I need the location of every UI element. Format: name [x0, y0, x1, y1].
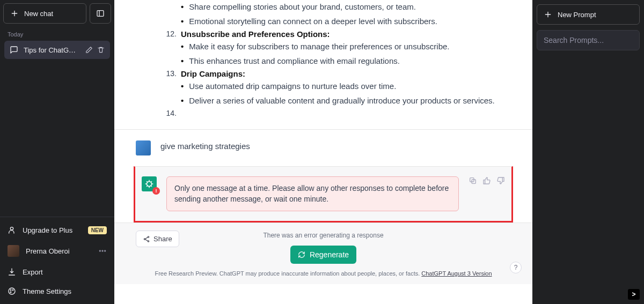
user-avatar [136, 140, 151, 155]
export-item[interactable]: Export [0, 262, 114, 281]
prompt-caret-button[interactable]: > [628, 289, 640, 300]
svg-point-3 [102, 250, 103, 251]
svg-point-4 [105, 250, 106, 251]
error-badge-icon: ! [152, 187, 160, 195]
list-number: 13. [163, 69, 177, 78]
theme-label: Theme Settings [23, 287, 71, 295]
list-heading: Unsubscribe and Preferences Options: [181, 29, 330, 39]
plus-icon [544, 10, 552, 19]
list-sub-item: •Deliver a series of valuable content an… [163, 94, 511, 108]
svg-point-6 [10, 290, 11, 291]
svg-point-2 [99, 250, 100, 251]
list-sub-text: Make it easy for subscribers to manage t… [189, 41, 449, 53]
bullet-dot: • [181, 16, 184, 27]
new-chat-label: New chat [24, 10, 53, 18]
list-item-14: 14. [163, 108, 511, 118]
share-label: Share [153, 235, 172, 243]
sidebar-left: New chat Today Tips for ChatGPT Errors U… [0, 0, 114, 304]
list-item-12: 12.Unsubscribe and Preferences Options: [163, 28, 511, 40]
plus-icon [10, 9, 19, 18]
panel-icon [96, 9, 105, 18]
edit-icon[interactable] [85, 46, 93, 54]
svg-point-8 [10, 292, 11, 293]
list-sub-item: •Use automated drip campaigns to nurture… [163, 79, 511, 94]
more-icon[interactable] [98, 247, 107, 255]
sidebar-bottom: Upgrade to Plus NEW Prerna Oberoi Export… [0, 217, 114, 304]
thread-actions [85, 46, 105, 54]
new-chat-button[interactable]: New chat [3, 3, 86, 24]
collapse-sidebar-button[interactable] [90, 3, 111, 24]
list-sub-text: Emotional storytelling can connect on a … [189, 16, 437, 28]
bullet-dot: • [181, 55, 184, 66]
regenerate-label: Regenerate [310, 250, 349, 259]
user-message-text: give marketing strategies [160, 142, 511, 151]
svg-point-7 [12, 290, 13, 291]
upgrade-badge: NEW [88, 226, 107, 234]
disclaimer-link[interactable]: ChatGPT August 3 Version [421, 270, 492, 277]
content-scroll[interactable]: •Share compelling stories about your bra… [114, 0, 532, 304]
thread-row[interactable]: Tips for ChatGPT Errors [4, 41, 110, 59]
assistant-avatar: ! [142, 176, 157, 191]
user-icon [8, 226, 16, 234]
disclaimer: Free Research Preview. ChatGPT may produ… [155, 270, 492, 280]
list-sub-text: Share compelling stories about your bran… [189, 1, 416, 13]
section-today-label: Today [0, 27, 114, 40]
avatar [8, 245, 19, 257]
export-label: Export [23, 268, 43, 276]
list-sub-item: •Emotional storytelling can connect on a… [163, 14, 511, 29]
list-sub-text: Use automated drip campaigns to nurture … [189, 80, 396, 93]
svg-point-1 [10, 227, 13, 230]
palette-icon [8, 287, 16, 295]
list-heading: Drip Campaigns: [181, 69, 245, 78]
thread-title: Tips for ChatGPT Errors [24, 46, 80, 54]
list-item-13: 13.Drip Campaigns: [163, 68, 511, 79]
new-prompt-button[interactable]: New Prompt [537, 4, 640, 25]
message-actions [469, 176, 505, 185]
bullet-dot: • [181, 95, 184, 106]
thumbs-down-icon[interactable] [496, 176, 505, 185]
list-sub-text: This enhances trust and compliance with … [189, 55, 400, 68]
regenerate-button[interactable]: Regenerate [290, 246, 356, 264]
user-message-row: give marketing strategies [114, 129, 532, 166]
list-sub-item: •Share compelling stories about your bra… [163, 0, 511, 14]
refresh-icon [298, 251, 305, 258]
answer-list: •Share compelling stories about your bra… [114, 0, 532, 129]
share-icon [143, 235, 150, 243]
profile-item[interactable]: Prerna Oberoi [0, 240, 114, 262]
bullet-dot: • [181, 1, 184, 12]
trash-icon[interactable] [97, 46, 105, 54]
share-button[interactable]: Share [136, 231, 179, 247]
svg-rect-0 [97, 11, 104, 17]
error-message: Only one message at a time. Please allow… [166, 176, 459, 211]
new-prompt-label: New Prompt [558, 11, 596, 19]
help-button[interactable]: ? [510, 262, 522, 273]
upgrade-item[interactable]: Upgrade to Plus NEW [0, 220, 114, 240]
upgrade-label: Upgrade to Plus [23, 226, 72, 234]
list-number: 12. [163, 29, 177, 38]
bullet-dot: • [181, 41, 184, 52]
bullet-dot: • [181, 80, 184, 92]
svg-point-5 [9, 288, 15, 294]
openai-icon [144, 179, 154, 189]
footer-area: Share There was an error generating a re… [114, 223, 532, 284]
user-name: Prerna Oberoi [26, 247, 70, 255]
list-sub-item: •Make it easy for subscribers to manage … [163, 40, 511, 54]
chat-icon [10, 46, 18, 54]
sidebar-top: New chat [0, 0, 114, 27]
sidebar-right: New Prompt > [532, 0, 644, 304]
error-line: There was an error generating a response [263, 232, 383, 239]
main: •Share compelling stories about your bra… [114, 0, 532, 304]
list-sub-item: •This enhances trust and compliance with… [163, 54, 511, 69]
download-icon [8, 268, 16, 276]
error-highlight-box: ! Only one message at a time. Please all… [134, 166, 513, 223]
list-number: 14. [163, 109, 177, 117]
disclaimer-text: Free Research Preview. ChatGPT may produ… [155, 270, 421, 277]
thumbs-up-icon[interactable] [482, 176, 491, 185]
list-sub-text: Deliver a series of valuable content and… [189, 95, 494, 107]
user-message-body: give marketing strategies [160, 140, 511, 155]
copy-icon[interactable] [469, 176, 477, 185]
theme-item[interactable]: Theme Settings [0, 281, 114, 301]
search-prompts-input[interactable] [537, 30, 640, 50]
